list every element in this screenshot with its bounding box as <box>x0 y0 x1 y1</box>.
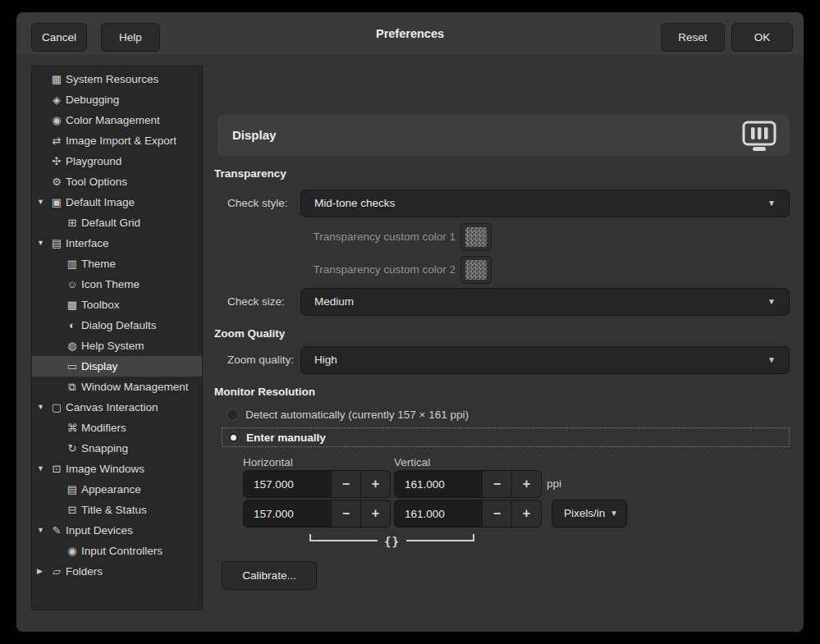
sidebar-item-theme[interactable]: ▥ Theme <box>32 253 202 274</box>
transparency-heading: Transparency <box>214 167 286 181</box>
decrement-button[interactable]: − <box>483 470 512 498</box>
radio-unchecked-icon[interactable] <box>227 409 239 421</box>
sidebar-item-dialog-defaults[interactable]: ◐ Dialog Defaults <box>32 315 202 336</box>
check-style-value: Mid-tone checks <box>314 197 395 209</box>
increment-button[interactable]: + <box>512 500 542 528</box>
custom-color2-label: Transparency custom color 2 <box>227 257 456 283</box>
increment-button[interactable]: + <box>361 500 391 528</box>
reset-button[interactable]: Reset <box>661 23 725 52</box>
expander-arrow-icon[interactable]: ▼ <box>35 520 49 541</box>
ppi-unit-label: ppi <box>547 470 561 498</box>
display-icon: ▭ <box>65 356 80 377</box>
expander-arrow-icon[interactable]: ▼ <box>35 233 49 253</box>
sidebar-item-default-grid[interactable]: ⊞ Default Grid <box>32 212 202 233</box>
sidebar-item-canvas-interaction[interactable]: ▼ ▢ Canvas Interaction <box>32 397 202 418</box>
page-title: Display <box>232 115 276 156</box>
horizontal-ppi-input[interactable] <box>243 470 332 498</box>
canvas-interaction-icon: ▢ <box>49 397 64 418</box>
calibrate-button[interactable]: Calibrate... <box>222 561 317 590</box>
decrement-button[interactable]: − <box>483 500 512 528</box>
chevron-down-icon: ▼ <box>767 190 776 217</box>
chevron-down-icon: ▼ <box>767 347 776 373</box>
sidebar-item-interface[interactable]: ▼ ▤ Interface <box>32 233 202 253</box>
expander-arrow-icon[interactable]: ▼ <box>35 397 49 418</box>
preferences-dialog: Cancel Help Preferences Reset OK ▦ Syste… <box>16 12 804 632</box>
sidebar-item-window-management[interactable]: ⧉ Window Management <box>32 377 202 397</box>
expander-arrow-icon[interactable]: ▶ <box>35 561 49 582</box>
check-size-label: Check size: <box>227 288 285 316</box>
increment-button[interactable]: + <box>361 470 391 498</box>
custom-color1-swatch-button[interactable] <box>460 223 492 251</box>
dialog-header-bar: Cancel Help Preferences Reset OK <box>16 12 804 55</box>
enter-manually-label: Enter manually <box>246 432 326 444</box>
sidebar-item-image-windows[interactable]: ▼ ⊡ Image Windows <box>32 459 202 479</box>
input-devices-icon: ✎ <box>49 520 64 541</box>
vertical-ppi-input[interactable] <box>394 470 483 498</box>
check-size-dropdown[interactable]: Medium ▼ <box>300 288 790 316</box>
display-monitor-icon <box>740 121 778 155</box>
preferences-category-list[interactable]: ▦ System Resources ◈ Debugging ◉ Color M… <box>31 66 203 610</box>
system-resources-icon: ▦ <box>49 69 64 89</box>
title-status-icon: ⊟ <box>65 500 80 520</box>
sidebar-item-system-resources[interactable]: ▦ System Resources <box>32 69 202 89</box>
vertical-ppi-spinner: − + <box>394 470 542 498</box>
custom-color1-label: Transparency custom color 1 <box>227 224 456 250</box>
color-management-icon: ◉ <box>49 110 64 130</box>
theme-icon: ▥ <box>65 253 80 274</box>
custom-color2-swatch-button[interactable] <box>460 256 492 284</box>
increment-button[interactable]: + <box>512 470 542 498</box>
sidebar-item-folders[interactable]: ▶ ▱ Folders <box>32 561 202 582</box>
zoom-quality-dropdown[interactable]: High ▼ <box>300 346 790 374</box>
chain-bracket-right <box>406 534 474 541</box>
horizontal-column-label: Horizontal <box>243 455 293 470</box>
link-horizontal-vertical-toggle[interactable]: {} <box>308 534 476 547</box>
modifiers-icon: ⌘ <box>65 418 80 438</box>
sidebar-item-modifiers[interactable]: ⌘ Modifiers <box>32 418 202 438</box>
sidebar-item-input-controllers[interactable]: ◉ Input Controllers <box>32 541 202 561</box>
unit-dropdown-button[interactable]: Pixels/in ▼ <box>552 500 627 528</box>
sidebar-item-input-devices[interactable]: ▼ ✎ Input Devices <box>32 520 202 541</box>
default-grid-icon: ⊞ <box>65 212 80 233</box>
sidebar-item-tool-options[interactable]: ⚙ Tool Options <box>32 171 202 192</box>
decrement-button[interactable]: − <box>332 500 361 528</box>
expander-arrow-icon[interactable]: ▼ <box>35 192 49 212</box>
sidebar-item-default-image[interactable]: ▼ ▣ Default Image <box>32 192 202 212</box>
checkerboard-swatch <box>465 227 487 247</box>
zoom-quality-heading: Zoom Quality <box>214 327 285 341</box>
sidebar-item-help-system[interactable]: ◍ Help System <box>32 336 202 356</box>
debugging-icon: ◈ <box>49 89 64 110</box>
default-image-icon: ▣ <box>49 192 64 212</box>
sidebar-item-snapping[interactable]: ↻ Snapping <box>32 438 202 459</box>
folders-icon: ▱ <box>49 561 64 582</box>
playground-icon: ✣ <box>49 151 64 171</box>
sidebar-item-image-import-export[interactable]: ⇄ Image Import & Export <box>32 130 202 151</box>
vertical-unit-spinner: − + <box>394 500 542 528</box>
sidebar-item-color-management[interactable]: ◉ Color Management <box>32 110 202 130</box>
checkerboard-swatch <box>465 260 487 280</box>
horizontal-unit-input[interactable] <box>243 500 332 528</box>
zoom-quality-value: High <box>314 354 337 366</box>
monitor-resolution-heading: Monitor Resolution <box>214 385 315 400</box>
dialog-body: ▦ System Resources ◈ Debugging ◉ Color M… <box>16 55 804 632</box>
image-import-export-icon: ⇄ <box>49 130 64 151</box>
check-style-dropdown[interactable]: Mid-tone checks ▼ <box>300 190 790 217</box>
toolbox-icon: ▩ <box>65 295 80 315</box>
expander-arrow-icon[interactable]: ▼ <box>35 459 49 479</box>
sidebar-item-appearance[interactable]: ▤ Appearance <box>32 479 202 500</box>
sidebar-item-debugging[interactable]: ◈ Debugging <box>32 89 202 110</box>
help-system-icon: ◍ <box>65 336 80 356</box>
horizontal-ppi-spinner: − + <box>243 470 391 498</box>
sidebar-item-playground[interactable]: ✣ Playground <box>32 151 202 171</box>
radio-checked-icon[interactable] <box>227 432 240 444</box>
zoom-quality-label: Zoom quality: <box>227 346 294 374</box>
sidebar-item-toolbox[interactable]: ▩ Toolbox <box>32 295 202 315</box>
ok-button[interactable]: OK <box>731 23 793 52</box>
vertical-unit-input[interactable] <box>394 500 483 528</box>
enter-manually-radio-row[interactable]: Enter manually <box>222 427 790 447</box>
sidebar-item-icon-theme[interactable]: ☺ Icon Theme <box>32 274 202 295</box>
decrement-button[interactable]: − <box>332 470 361 498</box>
detect-automatically-radio-row[interactable]: Detect automatically (currently 157 × 16… <box>227 406 469 422</box>
sidebar-item-display[interactable]: ▭ Display <box>32 356 202 377</box>
sidebar-item-title-status[interactable]: ⊟ Title & Status <box>32 500 202 520</box>
check-style-label: Check style: <box>227 190 288 217</box>
